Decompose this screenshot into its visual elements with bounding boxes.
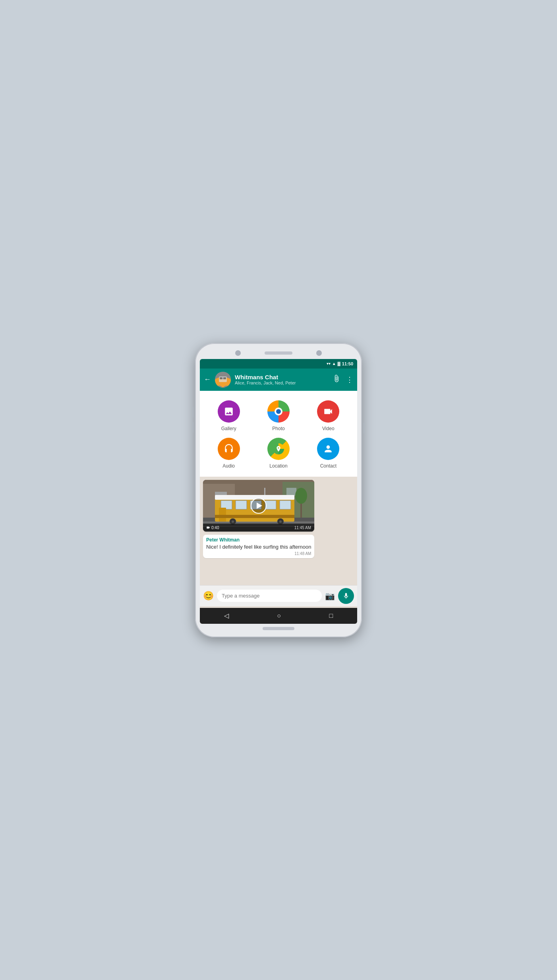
input-bar: 😊 📷 bbox=[200, 585, 357, 606]
camera-dot bbox=[276, 409, 281, 414]
sensor bbox=[316, 350, 322, 356]
status-bar: ▾▾ ▲ ▓ 11:50 bbox=[200, 359, 357, 369]
mic-button[interactable] bbox=[338, 588, 354, 604]
svg-rect-21 bbox=[265, 501, 276, 509]
volume-up-button[interactable] bbox=[192, 407, 193, 418]
status-icons: ▾▾ ▲ ▓ 11:50 bbox=[327, 361, 353, 366]
contact-icon bbox=[323, 444, 333, 454]
play-button[interactable] bbox=[251, 498, 267, 514]
attach-icon[interactable] bbox=[333, 375, 340, 384]
front-camera bbox=[235, 350, 241, 356]
battery-icon: ▓ bbox=[338, 361, 340, 366]
duration-text: 0:40 bbox=[211, 526, 219, 530]
nav-back-button[interactable]: ◁ bbox=[224, 612, 229, 619]
nav-bar: ◁ ○ □ bbox=[200, 608, 357, 624]
phone-device: ▾▾ ▲ ▓ 11:50 ← bbox=[195, 343, 362, 637]
avatar[interactable] bbox=[215, 372, 231, 388]
photo-circle bbox=[267, 400, 290, 423]
gallery-circle bbox=[218, 400, 240, 423]
svg-point-31 bbox=[295, 488, 307, 504]
chat-members: Alice, Francis, Jack, Ned, Peter bbox=[235, 380, 329, 385]
earpiece bbox=[265, 351, 292, 355]
svg-rect-23 bbox=[219, 508, 226, 522]
message-timestamp: 11:48 AM bbox=[206, 551, 311, 556]
message-text: Nice! I definitely feel like surfing thi… bbox=[206, 543, 311, 551]
svg-rect-24 bbox=[215, 515, 294, 518]
video-label: Video bbox=[322, 426, 334, 431]
power-button bbox=[364, 423, 365, 434]
phone-screen: ▾▾ ▲ ▓ 11:50 ← bbox=[200, 359, 357, 624]
time-display: 11:50 bbox=[342, 361, 353, 366]
video-thumbnail: 0:40 11:45 AM bbox=[203, 480, 314, 532]
contact-label: Contact bbox=[320, 463, 337, 469]
contact-circle bbox=[317, 438, 339, 460]
svg-rect-29 bbox=[264, 488, 265, 495]
video-icon bbox=[323, 406, 333, 417]
sender-name: Peter Whitman bbox=[206, 537, 311, 543]
audio-icon bbox=[224, 444, 234, 454]
avatar-inner bbox=[215, 372, 231, 388]
video-duration: 0:40 bbox=[206, 526, 219, 530]
gallery-item[interactable]: Gallery bbox=[204, 400, 253, 431]
location-icon bbox=[273, 443, 284, 454]
avatar-image bbox=[215, 372, 231, 388]
photo-label: Photo bbox=[272, 426, 284, 431]
location-circle bbox=[267, 438, 290, 460]
camera-button[interactable]: 📷 bbox=[325, 591, 335, 601]
wifi-icon: ▾▾ bbox=[327, 361, 331, 366]
signal-icon: ▲ bbox=[332, 361, 336, 366]
video-timestamp: 11:45 AM bbox=[294, 526, 311, 530]
emoji-button[interactable]: 😊 bbox=[203, 591, 214, 601]
video-message[interactable]: 0:40 11:45 AM bbox=[203, 480, 314, 532]
gallery-label: Gallery bbox=[221, 426, 236, 431]
mic-icon bbox=[342, 592, 350, 600]
volume-buttons bbox=[192, 407, 193, 433]
photo-item[interactable]: Photo bbox=[253, 400, 303, 431]
video-item[interactable]: Video bbox=[304, 400, 353, 431]
gallery-icon bbox=[224, 406, 234, 417]
text-message: Peter Whitman Nice! I definitely feel li… bbox=[203, 535, 314, 558]
audio-label: Audio bbox=[222, 463, 235, 469]
bottom-speaker bbox=[263, 627, 294, 630]
svg-rect-12 bbox=[286, 488, 296, 496]
contact-item[interactable]: Contact bbox=[304, 438, 353, 469]
svg-point-26 bbox=[232, 520, 234, 523]
camera-center bbox=[275, 408, 282, 415]
paperclip-icon bbox=[333, 375, 340, 382]
phone-bottom bbox=[263, 627, 294, 630]
attachment-panel: Gallery Photo Video bbox=[200, 391, 357, 477]
video-meta: 0:40 11:45 AM bbox=[203, 524, 314, 532]
power-btn[interactable] bbox=[364, 423, 365, 434]
video-camera-icon bbox=[206, 526, 210, 530]
svg-point-28 bbox=[279, 520, 282, 523]
volume-down-button[interactable] bbox=[192, 422, 193, 433]
top-sensors bbox=[235, 350, 322, 356]
back-button[interactable]: ← bbox=[204, 375, 211, 384]
svg-rect-14 bbox=[203, 522, 314, 523]
nav-recents-button[interactable]: □ bbox=[329, 612, 333, 619]
header-actions: ⋮ bbox=[333, 375, 353, 384]
play-triangle-icon bbox=[257, 503, 262, 509]
svg-rect-22 bbox=[280, 501, 291, 509]
chat-name[interactable]: Whitmans Chat bbox=[235, 374, 329, 380]
audio-item[interactable]: Audio bbox=[204, 438, 253, 469]
message-input[interactable] bbox=[217, 590, 322, 602]
svg-rect-19 bbox=[236, 501, 247, 509]
nav-home-button[interactable]: ○ bbox=[277, 612, 281, 619]
svg-rect-3 bbox=[223, 377, 226, 379]
chat-header: ← Whitmans Chat Alice, Francis, Jack, Ne… bbox=[200, 369, 357, 391]
svg-rect-2 bbox=[220, 377, 222, 379]
location-item[interactable]: Location bbox=[253, 438, 303, 469]
more-options-icon[interactable]: ⋮ bbox=[346, 375, 353, 384]
video-circle bbox=[317, 400, 339, 423]
chat-info: Whitmans Chat Alice, Francis, Jack, Ned,… bbox=[235, 374, 329, 385]
chat-area: 0:40 11:45 AM Peter Whitman Nice! I defi… bbox=[200, 477, 357, 585]
location-label: Location bbox=[269, 463, 287, 469]
audio-circle bbox=[218, 438, 240, 460]
